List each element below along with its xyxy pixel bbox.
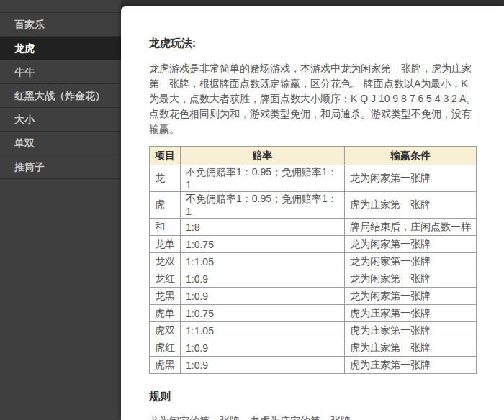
sidebar-item[interactable]: 龙虎 <box>0 37 121 60</box>
table-cell-item: 虎黑 <box>150 357 181 374</box>
table-cell-odds: 1:8 <box>181 219 345 236</box>
table-cell-condition: 虎为庄家第一张牌 <box>345 357 477 374</box>
odds-table-body: 龙不免佣赔率1：0.95；免佣赔率1：1龙为闲家第一张牌虎不免佣赔率1：0.95… <box>150 165 477 374</box>
table-cell-odds: 1:0.9 <box>181 339 345 357</box>
rule-paragraph: 龙为闲家的第一张牌。老虎为庄家的第一张牌。 <box>149 416 477 420</box>
sidebar: 百家乐龙虎牛牛红黑大战（炸金花）大小单双推筒子 <box>0 0 121 420</box>
table-cell-condition: 牌局结束后，庄闲点数一样 <box>345 219 477 236</box>
table-row: 虎双1:1.05虎为庄家第一张牌 <box>150 322 477 339</box>
table-header-cell: 输赢条件 <box>345 147 477 165</box>
sidebar-menu: 百家乐龙虎牛牛红黑大战（炸金花）大小单双推筒子 <box>0 12 121 179</box>
table-cell-odds: 1:1.05 <box>181 322 345 339</box>
table-cell-odds: 1:0.9 <box>181 270 345 288</box>
table-cell-item: 虎 <box>150 192 181 219</box>
sidebar-item[interactable]: 红黑大战（炸金花） <box>0 84 121 108</box>
sidebar-item[interactable]: 单双 <box>0 132 121 155</box>
table-cell-item: 龙黑 <box>150 288 181 305</box>
table-header-cell: 赔率 <box>181 147 345 165</box>
table-header-cell: 项目 <box>150 147 181 165</box>
sidebar-item[interactable]: 大小 <box>0 108 121 132</box>
table-cell-odds: 1:1.05 <box>181 253 345 270</box>
table-row: 龙黑1:0.9龙为闲家第一张牌 <box>150 288 477 305</box>
table-cell-condition: 虎为庄家第一张牌 <box>345 305 477 322</box>
table-row: 虎单1:0.75虎为庄家第一张牌 <box>150 305 477 322</box>
table-row: 龙单1:0.75龙为闲家第一张牌 <box>150 236 477 253</box>
table-row: 和1:8牌局结束后，庄闲点数一样 <box>150 219 477 236</box>
table-cell-condition: 龙为闲家第一张牌 <box>345 253 477 270</box>
table-cell-condition: 龙为闲家第一张牌 <box>345 165 477 192</box>
table-row: 龙不免佣赔率1：0.95；免佣赔率1：1龙为闲家第一张牌 <box>150 165 477 192</box>
table-cell-odds: 不免佣赔率1：0.95；免佣赔率1：1 <box>181 165 345 192</box>
rules-title: 规则 <box>149 390 477 403</box>
page-title: 龙虎玩法: <box>149 37 477 50</box>
table-cell-odds: 不免佣赔率1：0.95；免佣赔率1：1 <box>181 192 345 219</box>
table-cell-odds: 1:0.75 <box>181 305 345 322</box>
table-row: 虎不免佣赔率1：0.95；免佣赔率1：1虎为庄家第一张牌 <box>150 192 477 219</box>
table-cell-item: 和 <box>150 219 181 236</box>
table-cell-item: 龙红 <box>150 270 181 288</box>
table-row: 虎红1:0.9虎为庄家第一张牌 <box>150 339 477 357</box>
sidebar-item[interactable]: 百家乐 <box>0 13 121 37</box>
table-cell-condition: 虎为庄家第一张牌 <box>345 339 477 357</box>
table-cell-item: 虎单 <box>150 305 181 322</box>
table-cell-condition: 虎为庄家第一张牌 <box>345 192 477 219</box>
table-cell-odds: 1:0.9 <box>181 288 345 305</box>
table-row: 虎黑1:0.9虎为庄家第一张牌 <box>150 357 477 374</box>
table-cell-item: 虎双 <box>150 322 181 339</box>
content-panel: 龙虎玩法: 龙虎游戏是非常简单的赌场游戏，本游戏中龙为闲家第一张牌，虎为庄家第一… <box>121 6 504 420</box>
table-cell-condition: 龙为闲家第一张牌 <box>345 236 477 253</box>
table-row: 龙红1:0.9龙为闲家第一张牌 <box>150 270 477 288</box>
table-cell-item: 虎红 <box>150 339 181 357</box>
table-cell-item: 龙 <box>150 165 181 192</box>
table-cell-condition: 虎为庄家第一张牌 <box>345 322 477 339</box>
table-cell-condition: 龙为闲家第一张牌 <box>345 270 477 288</box>
table-cell-item: 龙双 <box>150 253 181 270</box>
sidebar-item[interactable]: 推筒子 <box>0 155 121 179</box>
intro-paragraph: 龙虎游戏是非常简单的赌场游戏，本游戏中龙为闲家第一张牌，虎为庄家第一张牌，根据牌… <box>149 61 477 137</box>
table-header-row: 项目赔率输赢条件 <box>150 147 477 165</box>
table-cell-odds: 1:0.75 <box>181 236 345 253</box>
table-cell-odds: 1:0.9 <box>181 357 345 374</box>
table-cell-item: 龙单 <box>150 236 181 253</box>
odds-table: 项目赔率输赢条件 龙不免佣赔率1：0.95；免佣赔率1：1龙为闲家第一张牌虎不免… <box>149 146 477 374</box>
table-row: 龙双1:1.05龙为闲家第一张牌 <box>150 253 477 270</box>
table-cell-condition: 龙为闲家第一张牌 <box>345 288 477 305</box>
sidebar-item[interactable]: 牛牛 <box>0 60 121 84</box>
rules-paragraphs: 龙为闲家的第一张牌。老虎为庄家的第一张牌。牌面点数从小到大为A、2、3、4、5、… <box>149 416 477 420</box>
